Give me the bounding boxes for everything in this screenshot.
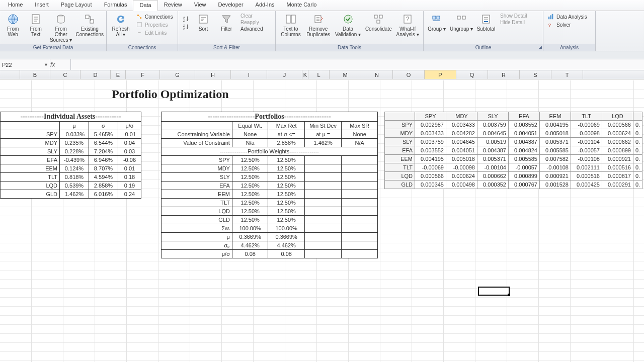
col-header-S[interactable]: S bbox=[520, 70, 551, 79]
col-header-K[interactable]: K bbox=[302, 70, 308, 79]
group-get-external-data: From Web From Text From Other Sources ▾ … bbox=[0, 11, 107, 51]
from-web-button[interactable]: From Web bbox=[2, 12, 24, 38]
name-box[interactable]: P22▼ bbox=[0, 59, 50, 70]
group-connections: Refresh All ▾ Connections Properties Edi… bbox=[107, 11, 178, 51]
svg-rect-25 bbox=[462, 16, 465, 19]
from-other-sources-button[interactable]: From Other Sources ▾ bbox=[48, 12, 74, 44]
formula-input[interactable] bbox=[71, 59, 644, 70]
individual-assets-table: ----------Individual Assets----------- μ… bbox=[0, 112, 141, 199]
svg-text:?: ? bbox=[548, 22, 551, 28]
ribbon: From Web From Text From Other Sources ▾ … bbox=[0, 11, 644, 51]
svg-rect-27 bbox=[548, 17, 550, 19]
col-header-J[interactable]: J bbox=[267, 70, 302, 79]
tab-page-layout[interactable]: Page Layout bbox=[55, 0, 98, 11]
sort-button[interactable]: Sort bbox=[192, 12, 214, 33]
col-header-O[interactable]: O bbox=[393, 70, 425, 79]
sort-asc-button[interactable]: AZ bbox=[182, 15, 189, 22]
svg-text:A: A bbox=[183, 27, 186, 30]
quick-access-bar bbox=[0, 51, 644, 59]
ungroup-button[interactable]: Ungroup ▾ bbox=[449, 12, 474, 33]
data-analysis-button[interactable]: Data Analysis bbox=[547, 13, 587, 20]
tab-add-ins[interactable]: Add-Ins bbox=[250, 0, 281, 11]
solver-button[interactable]: ?Solver bbox=[547, 21, 587, 28]
group-analysis: Data Analysis ?Solver Analysis bbox=[543, 11, 596, 51]
col-header-F[interactable]: F bbox=[126, 70, 160, 79]
reapply-button: Reapply bbox=[240, 20, 263, 25]
from-text-button[interactable]: From Text bbox=[25, 12, 46, 38]
col-header-T[interactable]: T bbox=[551, 70, 583, 79]
group-data-tools: Text to Columns Remove Duplicates Data V… bbox=[276, 11, 424, 51]
col-header-M[interactable]: M bbox=[330, 70, 361, 79]
refresh-all-button[interactable]: Refresh All ▾ bbox=[109, 12, 133, 38]
svg-rect-22 bbox=[433, 16, 436, 19]
svg-rect-24 bbox=[457, 16, 460, 19]
col-header-N[interactable]: N bbox=[361, 70, 393, 79]
dialog-launcher-icon[interactable]: ◢ bbox=[538, 45, 542, 50]
remove-duplicates-button[interactable]: Remove Duplicates bbox=[305, 12, 332, 38]
col-header-H[interactable]: H bbox=[195, 70, 231, 79]
group-label: Outline◢ bbox=[424, 44, 543, 51]
col-header-P[interactable]: P bbox=[425, 70, 456, 79]
advanced-button[interactable]: Advanced bbox=[240, 26, 263, 32]
svg-text:Z: Z bbox=[183, 19, 185, 22]
tab-developer[interactable]: Developer bbox=[212, 0, 249, 11]
group-label: Analysis bbox=[543, 44, 595, 51]
fx-icon[interactable]: fx bbox=[50, 59, 71, 70]
col-header-G[interactable]: G bbox=[160, 70, 195, 79]
group-label: Get External Data bbox=[0, 44, 106, 51]
svg-rect-13 bbox=[286, 15, 290, 23]
filter-button[interactable]: Filter bbox=[215, 12, 237, 33]
page-title: Portfolio Optimization bbox=[112, 87, 229, 101]
chevron-down-icon[interactable]: ▼ bbox=[44, 62, 48, 67]
svg-rect-28 bbox=[550, 15, 551, 19]
col-header-I[interactable]: I bbox=[231, 70, 267, 79]
tab-data[interactable]: Data bbox=[133, 0, 157, 11]
group-button[interactable]: Group ▾ bbox=[426, 12, 448, 33]
covariance-matrix: SPYMDYSLYEFAEEMTLTLQD SPY0.0029870.00343… bbox=[384, 112, 642, 189]
group-sort-filter: AZ ZA Sort Filter Clear Reapply Advanced… bbox=[178, 11, 276, 51]
tab-insert[interactable]: Insert bbox=[29, 0, 55, 11]
col-header-E[interactable]: E bbox=[111, 70, 126, 79]
data-validation-button[interactable]: Data Validation ▾ bbox=[333, 12, 363, 38]
tab-review[interactable]: Review bbox=[158, 0, 188, 11]
svg-rect-7 bbox=[137, 23, 142, 27]
sort-desc-button[interactable]: ZA bbox=[182, 23, 189, 30]
active-cell[interactable] bbox=[478, 287, 510, 296]
existing-connections-button[interactable]: Existing Connections bbox=[75, 12, 104, 38]
col-header-B[interactable]: B bbox=[20, 70, 50, 79]
svg-rect-29 bbox=[552, 14, 553, 20]
tab-monte-carlo[interactable]: Monte Carlo bbox=[281, 0, 323, 11]
svg-rect-14 bbox=[291, 15, 295, 23]
edit-links-button: Edit Links bbox=[136, 29, 173, 36]
tab-formulas[interactable]: Formulas bbox=[98, 0, 133, 11]
svg-rect-3 bbox=[86, 15, 89, 19]
col-header-R[interactable]: R bbox=[488, 70, 520, 79]
svg-rect-18 bbox=[379, 15, 382, 18]
group-label: Connections bbox=[107, 44, 178, 51]
ribbon-tabs: HomeInsertPage LayoutFormulasDataReviewV… bbox=[0, 0, 644, 11]
col-header-L[interactable]: L bbox=[308, 70, 330, 79]
column-headers[interactable]: BCDEFGHIJKLMNOPQRST bbox=[0, 70, 644, 79]
what-if-analysis-button[interactable]: ? What-If Analysis ▾ bbox=[394, 12, 421, 38]
tab-view[interactable]: View bbox=[188, 0, 212, 11]
worksheet-grid[interactable]: Portfolio Optimization ----------Individ… bbox=[0, 80, 644, 362]
portfolios-table: --------------------Portfolios----------… bbox=[161, 112, 378, 258]
text-to-columns-button[interactable]: Text to Columns bbox=[278, 12, 304, 38]
col-header-C[interactable]: C bbox=[50, 70, 80, 79]
svg-rect-17 bbox=[374, 15, 377, 18]
tab-home[interactable]: Home bbox=[2, 0, 29, 11]
col-header-Q[interactable]: Q bbox=[456, 70, 488, 79]
svg-rect-19 bbox=[377, 20, 380, 23]
group-label: Data Tools bbox=[276, 44, 423, 51]
svg-text:?: ? bbox=[406, 16, 410, 23]
properties-button: Properties bbox=[136, 21, 173, 28]
clear-button: Clear bbox=[240, 13, 263, 19]
subtotal-button[interactable]: Subtotal bbox=[475, 12, 497, 33]
select-all-corner[interactable] bbox=[0, 70, 20, 79]
connections-button[interactable]: Connections bbox=[136, 13, 173, 20]
col-header-D[interactable]: D bbox=[80, 70, 111, 79]
hide-detail-button: Hide Detail bbox=[500, 20, 527, 25]
svg-rect-23 bbox=[437, 16, 440, 19]
consolidate-button[interactable]: Consolidate bbox=[364, 12, 393, 33]
group-label: Sort & Filter bbox=[178, 44, 275, 51]
